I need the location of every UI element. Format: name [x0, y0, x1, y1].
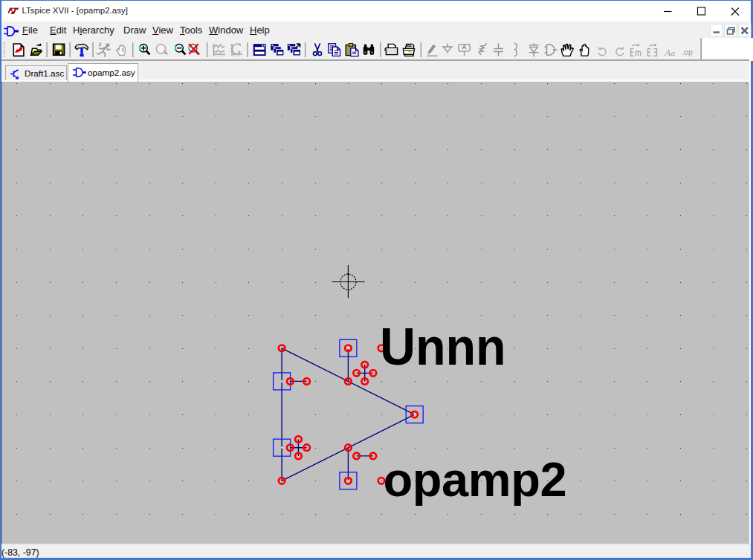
- svg-text:opamp2: opamp2: [384, 452, 567, 507]
- svg-text:.op: .op: [682, 48, 693, 56]
- svg-text:A: A: [664, 47, 671, 58]
- svg-text:Unnn: Unnn: [380, 317, 506, 375]
- svg-text:a: a: [671, 48, 676, 57]
